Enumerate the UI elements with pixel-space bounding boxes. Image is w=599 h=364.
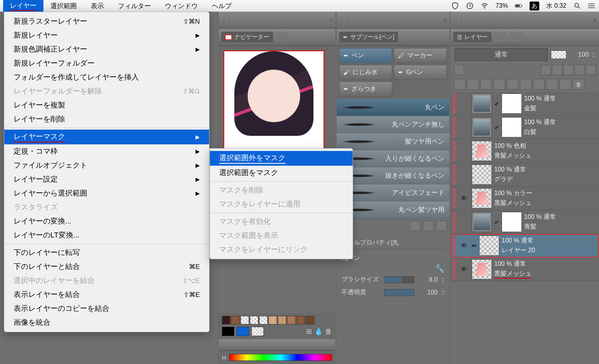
subtool-texture[interactable]: ✒ざらつき [339, 81, 392, 97]
sm-mask-outside-selection[interactable]: 選択範囲外をマスク [210, 151, 353, 166]
collapse-icon[interactable]: » [593, 16, 597, 24]
stepper-icon[interactable]: ▲▼ [441, 289, 445, 296]
reference-icon[interactable] [575, 65, 585, 75]
menu-selection[interactable]: 選択範囲 [43, 0, 84, 12]
trash-icon[interactable]: 🗑 [325, 328, 332, 336]
menu-window[interactable]: ウィンドウ [158, 0, 205, 12]
subtool-marker[interactable]: 🖊マーカー [394, 48, 447, 63]
brush-size-slider[interactable] [384, 276, 414, 283]
add-swatch-icon[interactable]: ⊞ [306, 327, 312, 336]
subtool-gpen[interactable]: ✒Gペン [394, 65, 447, 80]
wrench-icon[interactable]: 🔧 [435, 264, 445, 273]
layer-color-icon[interactable] [454, 79, 466, 90]
dd-delete-layer[interactable]: レイヤーを削除 [4, 112, 209, 126]
layer-row[interactable]: ✔ 100 % 通常白髪 [451, 116, 599, 139]
transfer-icon[interactable] [507, 79, 518, 90]
mask-icon[interactable] [533, 79, 545, 90]
pen-preset[interactable]: アイビスフェード [337, 184, 449, 201]
pen-preset[interactable]: 入りが細くなるペン [337, 150, 449, 167]
lock-alpha-icon[interactable] [563, 65, 573, 75]
color-swatches[interactable] [222, 316, 332, 324]
delete-layer-icon[interactable]: 🗑 [573, 79, 584, 90]
spotlight-icon[interactable] [573, 2, 581, 10]
hue-slider[interactable] [229, 354, 332, 361]
dd-file-object[interactable]: ファイルオブジェクト▶ [4, 158, 209, 172]
dd-new-layer[interactable]: 新規レイヤー▶ [4, 28, 209, 42]
dd-ruler-frame[interactable]: 定規・コマ枠▶ [4, 144, 209, 158]
dd-layer-mask[interactable]: レイヤーマスク▶ [4, 130, 209, 144]
layer-thumbnail[interactable] [479, 236, 499, 256]
menu-help[interactable]: ヘルプ [205, 0, 239, 12]
menu-icon[interactable] [423, 221, 434, 231]
stepper-icon[interactable]: ▲▼ [441, 276, 445, 283]
shield-icon[interactable] [451, 2, 459, 10]
mask-thumbnail[interactable] [502, 212, 522, 232]
layer-thumbnail[interactable] [472, 212, 492, 232]
drop-icon[interactable]: 💧 [314, 327, 323, 336]
dd-merge-visible[interactable]: 表示レイヤーを結合⇧⌘E [4, 288, 209, 302]
visibility-toggle[interactable] [459, 146, 469, 156]
sm-mask-selection[interactable]: 選択範囲をマスク [210, 166, 353, 180]
layer-row-selected[interactable]: 👁 ✏ 100 % 通常レイヤー 20 [451, 234, 599, 258]
transparent-color[interactable] [251, 327, 264, 336]
layer-thumbnail[interactable] [472, 188, 492, 208]
layer-thumbnail[interactable] [472, 117, 492, 137]
dd-flatten-image[interactable]: 画像を統合 [4, 315, 209, 329]
layer-thumbnail[interactable] [472, 94, 492, 114]
layer-row[interactable]: ✔ 100 % 通常金髪 [451, 92, 599, 116]
pen-preset[interactable]: 丸ペン髪ツヤ用 [337, 201, 449, 218]
visibility-toggle[interactable]: 👁 [459, 193, 469, 204]
dd-new-layer-folder[interactable]: 新規レイヤーフォルダー [4, 56, 209, 70]
layer-thumbnail[interactable] [472, 165, 492, 185]
dd-merge-down[interactable]: 下のレイヤーと結合⌘E [4, 260, 209, 274]
menu-filter[interactable]: フィルター [111, 0, 158, 12]
lock-pixel-icon[interactable] [552, 65, 562, 75]
dd-new-raster-layer[interactable]: 新規ラスターレイヤー⇧⌘N [4, 14, 209, 28]
ruler-icon[interactable] [559, 79, 571, 90]
new-folder-icon[interactable] [493, 79, 505, 90]
clip-icon[interactable] [454, 65, 464, 75]
grip-icon[interactable]: ⋮⋮ [453, 17, 464, 23]
visibility-toggle[interactable] [459, 217, 469, 227]
trash-icon[interactable] [436, 221, 447, 231]
pen-preset[interactable]: 丸ペンアンチ無し [337, 116, 449, 133]
dd-create-folder-insert[interactable]: フォルダーを作成してレイヤーを挿入 [4, 70, 209, 84]
new-vector-icon[interactable] [480, 79, 492, 90]
secondary-tab[interactable] [509, 33, 523, 42]
apply-mask-icon[interactable] [546, 79, 558, 90]
wifi-icon[interactable] [481, 2, 488, 10]
navigator-preview[interactable] [219, 46, 335, 156]
secondary-tab[interactable] [275, 33, 289, 42]
dd-selection-from-layer[interactable]: レイヤーから選択範囲▶ [4, 186, 209, 200]
clock[interactable]: 水 0:32 [546, 2, 566, 10]
layer-thumbnail[interactable] [472, 141, 492, 161]
dd-new-correction-layer[interactable]: 新規色調補正レイヤー▶ [4, 42, 209, 56]
duplicate-icon[interactable] [410, 221, 421, 231]
navigator-tab[interactable]: ナビゲーター [221, 32, 273, 42]
pen-preset[interactable]: 抜きが細くなるペン [337, 167, 449, 184]
bg-color[interactable] [237, 327, 249, 336]
layer-row[interactable]: 👁 100 % 通常黒髪メッシュ [451, 258, 599, 281]
battery-icon[interactable] [515, 2, 523, 10]
dd-duplicate-layer[interactable]: レイヤーを複製 [4, 98, 209, 112]
dd-convert-layer[interactable]: レイヤーの変換... [4, 214, 209, 228]
merge-icon[interactable] [520, 79, 531, 90]
pen-preset[interactable]: 髪ツヤ用ペン [337, 133, 449, 150]
lock-all-icon[interactable] [541, 65, 551, 75]
layer-thumbnail[interactable] [472, 259, 492, 279]
layer-row[interactable]: 👁 100 % カラー黒髪メッシュ [451, 187, 599, 210]
visibility-toggle[interactable]: 👁 [459, 264, 469, 275]
collapse-icon[interactable]: » [443, 16, 447, 24]
layer-tab[interactable]: ☰ レイヤー [453, 32, 492, 42]
visibility-toggle[interactable] [459, 122, 469, 133]
grip-icon[interactable]: ⋮⋮ [339, 17, 350, 23]
fg-color[interactable] [222, 327, 234, 336]
dd-layer-settings[interactable]: レイヤー設定▶ [4, 172, 209, 186]
subtool-tab[interactable]: ✒ サブツール[ペン] [339, 32, 398, 42]
subtool-blur[interactable]: 🖌にじみ水 [339, 65, 392, 80]
blend-mode-select[interactable]: 通常 [455, 48, 548, 61]
layer-row[interactable]: 100 % 色相青髪メッシュ [451, 139, 599, 163]
secondary-tab[interactable] [494, 33, 507, 42]
dd-lt-convert[interactable]: レイヤーのLT変換... [4, 228, 209, 242]
opacity-slider[interactable] [384, 289, 414, 296]
